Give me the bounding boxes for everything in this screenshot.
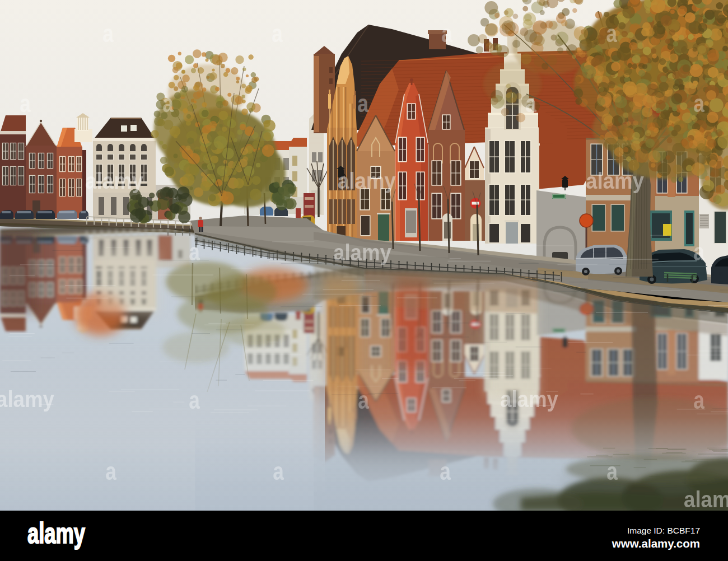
svg-text:alamy: alamy bbox=[338, 169, 396, 193]
svg-text:a: a bbox=[693, 238, 704, 265]
svg-text:a: a bbox=[273, 457, 284, 485]
svg-text:a: a bbox=[525, 90, 536, 117]
svg-text:alamy: alamy bbox=[586, 169, 645, 193]
svg-text:a: a bbox=[105, 457, 116, 485]
svg-text:alamy: alamy bbox=[684, 487, 728, 512]
svg-text:a: a bbox=[102, 20, 114, 47]
svg-text:alamy: alamy bbox=[500, 387, 559, 412]
svg-text:a: a bbox=[606, 20, 617, 47]
svg-text:alamy: alamy bbox=[0, 387, 55, 412]
svg-text:Image ID: BCBF17: Image ID: BCBF17 bbox=[627, 526, 700, 535]
svg-text:a: a bbox=[693, 90, 704, 117]
svg-text:a: a bbox=[358, 386, 369, 414]
svg-text:a: a bbox=[162, 90, 174, 117]
svg-text:a: a bbox=[441, 20, 452, 47]
svg-text:a: a bbox=[357, 90, 368, 117]
svg-text:a: a bbox=[189, 238, 200, 265]
svg-text:a: a bbox=[272, 20, 283, 47]
svg-text:alamy: alamy bbox=[333, 240, 392, 265]
svg-text:a: a bbox=[693, 386, 704, 414]
svg-text:alamy: alamy bbox=[85, 169, 144, 193]
svg-text:a: a bbox=[189, 386, 200, 414]
svg-text:alamy: alamy bbox=[27, 517, 85, 549]
svg-text:a: a bbox=[606, 457, 618, 485]
svg-text:a: a bbox=[20, 90, 31, 117]
svg-text:www.alamy.com: www.alamy.com bbox=[612, 537, 700, 550]
svg-text:a: a bbox=[440, 457, 451, 485]
